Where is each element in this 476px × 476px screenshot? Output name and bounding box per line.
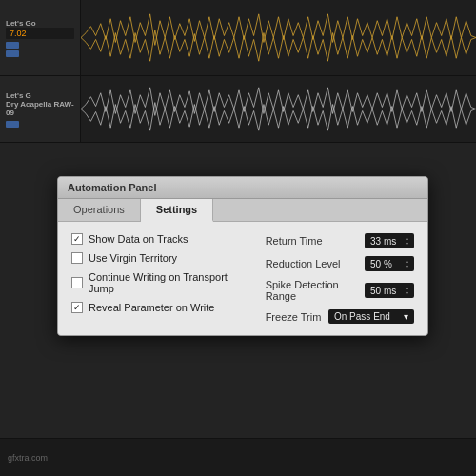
setting-row-spike: Spike Detection Range 50 ms ▴ ▾ [266,279,414,302]
setting-label-spike: Spike Detection Range [266,279,359,302]
checkbox-label-show-data: Show Data on Tracks [89,233,188,245]
svg-rect-1 [81,76,476,142]
spin-arrows-return-time[interactable]: ▴ ▾ [406,235,408,247]
checkbox-show-data[interactable] [71,233,83,245]
checkbox-wrapper-2: Use Virgin Territory [71,252,250,264]
setting-label-reduction: Reduction Level [266,258,359,269]
bottom-bar: gfxtra.com [0,438,476,476]
setting-value-return-time[interactable]: 33 ms ▴ ▾ [365,233,414,248]
spin-down-return-time[interactable]: ▾ [406,241,408,247]
panel-left-column: Show Data on Tracks Use Virgin Territory… [71,233,250,324]
checkbox-label-virgin: Use Virgin Territory [89,252,177,264]
waveform-track-2: Let's GDry Acapella RAW-09 [0,76,476,143]
checkbox-wrapper-1: Show Data on Tracks [71,233,250,245]
checkbox-reveal[interactable] [71,302,83,313]
bottom-info: gfxtra.com [8,453,48,463]
checkbox-wrapper-3: Continue Writing on Transport Jump [71,271,250,294]
track-control-btn-3[interactable] [6,121,19,128]
panel-right-column: Return Time 33 ms ▴ ▾ Reduction Level 50… [266,233,414,324]
panel-tabs: Operations Settings [58,199,427,222]
waveform-canvas-1[interactable] [81,0,476,75]
checkbox-label-reveal: Reveal Parameter on Write [89,302,214,313]
automation-panel: Automation Panel Operations Settings Sho… [57,176,428,336]
spin-arrows-reduction[interactable]: ▴ ▾ [406,258,408,269]
spin-down-reduction[interactable]: ▾ [406,264,408,269]
checkbox-label-continue: Continue Writing on Transport Jump [89,271,250,294]
tab-operations[interactable]: Operations [58,199,141,221]
panel-title: Automation Panel [68,182,157,193]
track-control-btn-1[interactable] [6,42,19,49]
setting-row-reduction: Reduction Level 50 % ▴ ▾ [266,256,414,271]
panel-body: Show Data on Tracks Use Virgin Territory… [58,222,427,335]
waveform-label-2: Let's GDry Acapella RAW-09 [0,76,81,142]
checkbox-wrapper-4: Reveal Parameter on Write [71,302,250,313]
waveform-label-1: Let's Go 7.02 [0,0,81,75]
waveform-track-name-1: Let's Go [6,19,74,28]
checkbox-virgin[interactable] [71,252,83,264]
panel-title-bar: Automation Panel [58,177,427,199]
option-row-1: Show Data on Tracks [71,233,250,245]
option-row-2: Use Virgin Territory [71,252,250,264]
waveform-canvas-2[interactable] [81,76,476,142]
setting-row-freeze: Freeze Trim On Pass End ▾ [266,309,414,324]
setting-value-spike[interactable]: 50 ms ▴ ▾ [365,283,414,298]
waveform-track-name-2: Let's GDry Acapella RAW-09 [6,91,74,117]
gain-display-1: 7.02 [6,28,74,39]
checkbox-continue[interactable] [71,277,83,288]
track-control-btn-2[interactable] [6,50,19,57]
waveform-track-1: Let's Go 7.02 [0,0,476,76]
panel-columns: Show Data on Tracks Use Virgin Territory… [71,233,414,324]
setting-row-return-time: Return Time 33 ms ▴ ▾ [266,233,414,248]
option-row-4: Reveal Parameter on Write [71,302,250,313]
option-row-3: Continue Writing on Transport Jump [71,271,250,294]
freeze-dropdown-arrow: ▾ [404,311,408,322]
setting-value-reduction[interactable]: 50 % ▴ ▾ [365,256,414,271]
setting-label-freeze: Freeze Trim [266,311,323,323]
tab-settings[interactable]: Settings [141,199,213,222]
setting-label-return-time: Return Time [266,235,359,247]
setting-value-freeze[interactable]: On Pass End ▾ [328,309,414,324]
spin-down-spike[interactable]: ▾ [406,290,408,296]
svg-rect-0 [81,0,476,75]
spin-arrows-spike[interactable]: ▴ ▾ [406,285,408,296]
